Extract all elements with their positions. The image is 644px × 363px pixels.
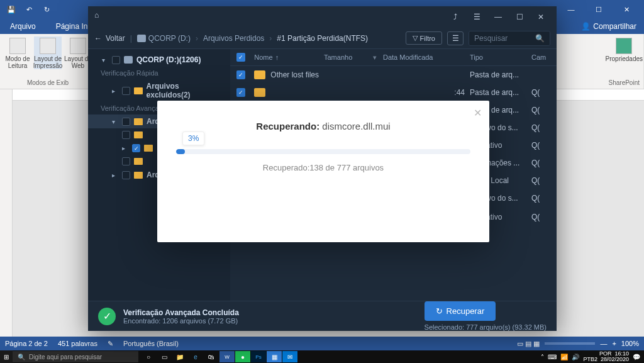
row-checkbox[interactable]: ✓ [236,88,245,97]
app-maximize-icon[interactable]: ☐ [510,8,529,26]
scan-complete-subtitle: Encontrado: 1206 arquivos (7.72 GB) [123,317,239,325]
list-view-button[interactable]: ☰ [447,31,464,45]
progress-bar [176,149,470,154]
view-mode-icons[interactable]: ▭ ▤ ▦ [517,340,540,348]
recovery-app-icon[interactable]: ▦ [267,351,282,362]
list-row[interactable]: ✓Other lost filesPasta de arq... [230,66,557,84]
funnel-icon: ▽ [413,34,418,42]
breadcrumb-drive[interactable]: QCORP (D:) [137,34,191,43]
list-row[interactable]: ✓:44Pasta de arq...Q( [230,84,557,101]
taskbar-clock[interactable]: POR 16:10 PTB2 28/02/2020 [583,351,629,362]
select-all-checkbox[interactable]: ✓ [236,53,245,62]
spotify-icon[interactable]: ● [235,351,250,362]
folder-icon [254,70,265,79]
chevron-right-icon: ▸ [112,172,118,179]
word-minimize-icon[interactable]: — [558,1,584,18]
tree-root[interactable]: ▾ QCORP (D:)(1206) [88,53,230,67]
share-icon: 👤 [581,22,591,31]
back-button[interactable]: ← Voltar [94,34,125,43]
col-size[interactable]: Tamanho [324,53,368,61]
folder-icon [134,131,143,138]
word-redo-icon[interactable]: ↻ [40,3,53,16]
keyboard-icon[interactable]: ⌨ [548,354,557,360]
checkbox-checked[interactable]: ✓ [132,144,140,152]
chevron-right-icon: ▸ [112,87,118,94]
app-footer: ✓ Verificação Avançada Concluída Encontr… [88,301,557,331]
list-icon: ☰ [452,34,459,43]
recover-button[interactable]: ↻ Recuperar [425,301,496,321]
word-save-icon[interactable]: 💾 [5,3,18,16]
word-taskbar-icon[interactable]: W [219,351,235,362]
app-minimize-icon[interactable]: — [489,8,508,26]
word-count[interactable]: 451 palavras [58,340,97,347]
checkbox[interactable] [122,157,130,165]
share-button[interactable]: 👤 Compartilhar [581,22,636,31]
zoom-slider[interactable] [545,342,595,345]
store-icon[interactable]: 🛍 [204,351,219,362]
chevron-down-icon: ▾ [102,57,108,64]
print-layout-button[interactable]: Layout de Impressão [34,36,62,69]
word-statusbar: Página 2 de 2 451 palavras ✎ Português (… [0,337,644,350]
taskbar-search[interactable]: 🔍 Digite aqui para pesquisar [13,351,138,362]
explorer-icon[interactable]: 📁 [172,351,187,362]
chevron-down-icon: ▾ [112,118,118,125]
word-close-icon[interactable]: ✕ [614,1,639,18]
checkbox[interactable] [122,171,130,179]
outlook-icon[interactable]: ✉ [282,351,297,362]
photoshop-icon[interactable]: Ps [251,351,266,362]
app-menu-icon[interactable]: ☰ [467,8,486,26]
scan-complete-title: Verificação Avançada Concluída [123,308,239,317]
app-share-icon[interactable]: ⤴ [446,8,465,26]
notifications-icon[interactable]: 💬 [633,354,640,360]
reading-mode-button[interactable]: Modo de Leitura [4,36,31,69]
wifi-icon[interactable]: 📶 [560,354,568,360]
col-type[interactable]: Tipo [470,53,526,61]
start-button[interactable]: ⊞ [0,350,13,363]
search-icon: 🔍 [535,34,545,43]
folder-icon [254,88,265,97]
drive-icon [124,56,133,64]
task-view-icon[interactable]: ▭ [157,351,172,362]
filter-button[interactable]: ▽ Filtro [406,31,442,45]
folder-icon [134,87,143,94]
progress-status: Recuperado:138 de 777 arquivos [176,163,470,172]
checkbox[interactable] [112,56,120,64]
tab-file[interactable]: Arquivo [5,21,41,32]
col-path[interactable]: Cam [531,53,550,61]
sharepoint-label: SharePoint [609,79,640,86]
checkbox[interactable] [122,87,130,95]
tree-deleted-files[interactable]: ▸ Arquivos excluídos(2) [88,79,230,102]
folder-icon [144,145,153,152]
row-checkbox[interactable]: ✓ [236,70,245,79]
spell-check-icon[interactable]: ✎ [108,340,113,348]
word-undo-icon[interactable]: ↶ [23,3,35,16]
properties-button[interactable]: Propriedades [610,36,638,62]
page-indicator[interactable]: Página 2 de 2 [5,340,48,347]
progress-percent: 3% [182,131,204,145]
folder-icon [134,172,143,179]
modal-close-icon[interactable]: ✕ [474,107,482,119]
tray-chevron-icon[interactable]: ˄ [541,354,544,360]
app-search-input[interactable]: Pesquisar 🔍 [469,31,550,46]
folder-icon [134,158,143,165]
breadcrumb-lost-files[interactable]: Arquivos Perdidos [203,34,264,43]
selection-info: Selecionado: 777 arquivo(s) (93.32 MB) [425,323,547,331]
checkbox[interactable] [122,118,130,126]
zoom-level[interactable]: 100% [621,340,639,347]
list-header: ✓ Nome ↑ Tamanho ▾ Data Modificada Tipo … [230,49,557,66]
folder-icon [134,118,143,125]
checkbox[interactable] [122,131,130,139]
arrow-left-icon: ← [94,34,102,43]
view-modes-label: Modos de Exib [27,79,69,86]
cortana-icon[interactable]: ○ [141,351,156,362]
word-maximize-icon[interactable]: ☐ [586,1,611,18]
volume-icon[interactable]: 🔊 [572,354,579,360]
home-icon[interactable]: ⌂ [94,11,107,23]
edge-icon[interactable]: e [188,351,203,362]
col-name[interactable]: Nome ↑ [254,53,319,61]
col-date[interactable]: Data Modificada [383,53,465,61]
breadcrumb-partition[interactable]: #1 Partição Perdida(NTFS) [277,34,368,43]
app-close-icon[interactable]: ✕ [531,8,550,26]
app-titlebar: ⌂ ⤴ ☰ — ☐ ✕ [88,6,557,28]
language-indicator[interactable]: Português (Brasil) [123,340,179,347]
